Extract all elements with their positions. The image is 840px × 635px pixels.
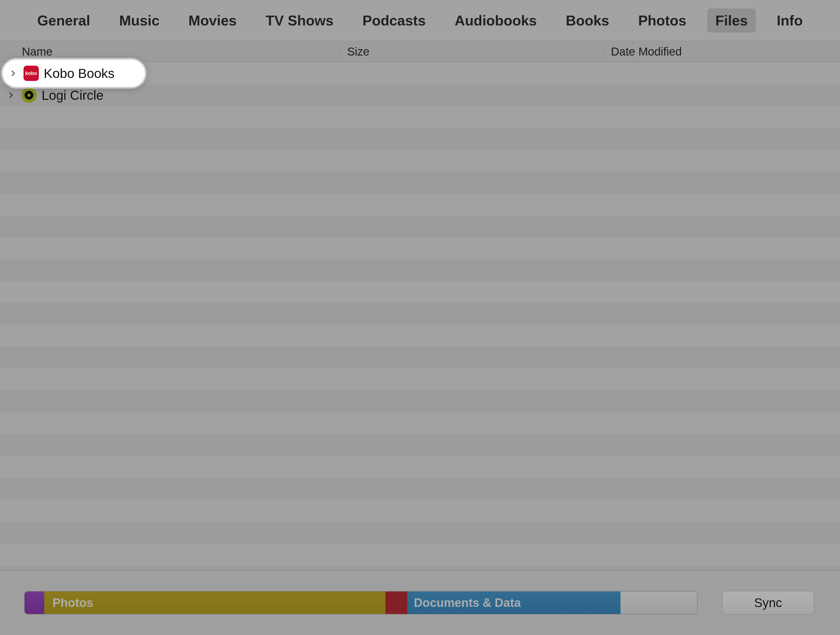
- app-icon-logi: [21, 87, 36, 103]
- empty-row: [0, 194, 840, 215]
- column-header-name[interactable]: Name: [0, 45, 340, 58]
- file-row[interactable]: Logi Circle: [0, 84, 840, 106]
- tab-movies[interactable]: Movies: [180, 8, 245, 33]
- empty-row: [0, 434, 840, 456]
- storage-segment-documents: Documents & Data: [407, 592, 621, 614]
- empty-row: [0, 303, 840, 325]
- tab-podcasts[interactable]: Podcasts: [354, 8, 434, 33]
- file-row[interactable]: koboKobo Books: [0, 62, 840, 84]
- storage-segment-free: [621, 592, 697, 614]
- empty-row: [0, 215, 840, 238]
- empty-row: [0, 259, 840, 281]
- empty-row: [0, 106, 840, 128]
- empty-row: [0, 325, 840, 347]
- tab-files[interactable]: Files: [707, 8, 756, 33]
- empty-row: [0, 500, 840, 522]
- storage-label-documents: Documents & Data: [414, 596, 521, 610]
- empty-row: [0, 412, 840, 434]
- column-header-size[interactable]: Size: [340, 45, 604, 58]
- empty-row: [0, 522, 840, 544]
- device-tabs: General Music Movies TV Shows Podcasts A…: [0, 0, 840, 41]
- sync-button[interactable]: Sync: [722, 591, 814, 614]
- empty-row: [0, 369, 840, 391]
- tab-music[interactable]: Music: [111, 8, 167, 33]
- tab-audiobooks[interactable]: Audiobooks: [446, 8, 545, 33]
- empty-row: [0, 391, 840, 412]
- empty-row: [0, 172, 840, 194]
- tab-tv-shows[interactable]: TV Shows: [257, 8, 342, 33]
- empty-row: [0, 150, 840, 172]
- empty-row: [0, 238, 840, 259]
- tab-general[interactable]: General: [29, 8, 98, 33]
- empty-row: [0, 128, 840, 150]
- tab-info[interactable]: Info: [768, 8, 811, 33]
- storage-segment-apps: [385, 592, 407, 614]
- empty-row: [0, 281, 840, 303]
- chevron-right-icon[interactable]: [5, 90, 16, 101]
- tab-books[interactable]: Books: [557, 8, 617, 33]
- empty-row: [0, 478, 840, 500]
- file-list: koboKobo BooksLogi Circle: [0, 62, 840, 587]
- chevron-right-icon[interactable]: [5, 68, 16, 79]
- empty-row: [0, 456, 840, 478]
- storage-label-photos: Photos: [52, 596, 93, 610]
- column-header-date-modified[interactable]: Date Modified: [604, 45, 840, 58]
- footer-bar: Photos Documents & Data Sync: [0, 570, 840, 635]
- file-name: Logi Circle: [41, 88, 104, 103]
- empty-row: [0, 347, 840, 369]
- empty-row: [0, 544, 840, 565]
- tab-photos[interactable]: Photos: [630, 8, 695, 33]
- file-name: Kobo Books: [41, 66, 112, 81]
- storage-segment-photos: Photos: [25, 592, 385, 614]
- storage-usage-bar: Photos Documents & Data: [24, 591, 698, 614]
- file-column-headers: Name Size Date Modified: [0, 41, 840, 62]
- app-icon-kobo: kobo: [21, 66, 36, 81]
